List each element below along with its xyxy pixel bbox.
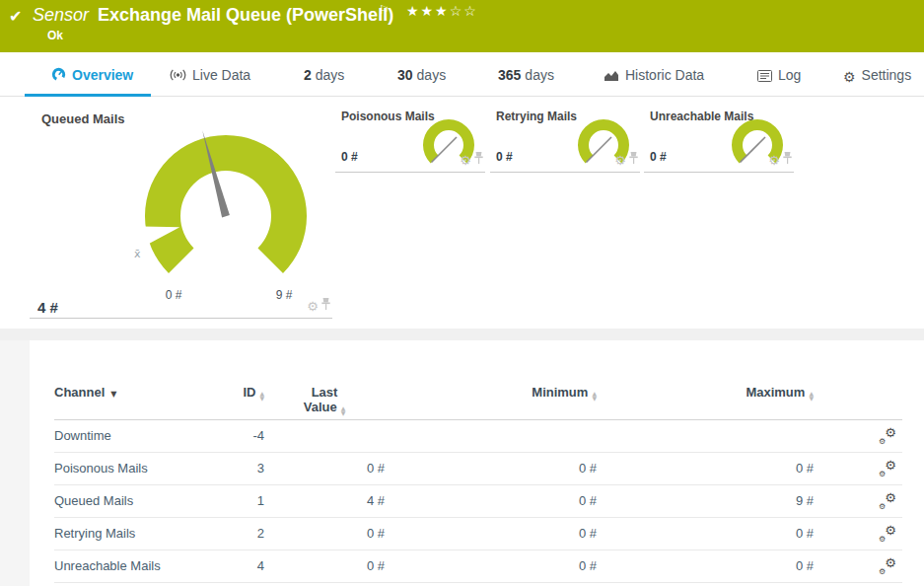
panel-gear-icon[interactable]: ⚙ [307,300,319,313]
gauge-current-value: 0 # [650,150,667,164]
tab-number: 30 [397,67,413,83]
channel-name[interactable]: Unreachable Mails [54,549,202,582]
channels-table: Channel▼ ID▲▼ LastValue▲▼ Minimum▲▼ Maxi… [54,340,902,583]
panel-gear-icon[interactable]: ⚙ [614,154,626,167]
gauge-needle [587,137,612,163]
tab-label: Log [778,67,801,83]
table-row-poisonous-mails[interactable]: Poisonous Mails 3 0 # 0 # 0 # ⚙⚙ [54,452,902,484]
tab-number: 2 [304,67,312,83]
panel-pin-icon[interactable] [321,297,330,315]
average-marker-label: x̄ [134,248,141,260]
tab-overview[interactable]: Overview [51,67,133,85]
tab-30-days[interactable]: 30days [397,67,446,83]
column-label: ID [243,385,255,400]
channel-name[interactable]: Queued Mails [54,484,202,517]
sort-arrows-icon: ▲▼ [809,391,814,401]
priority-stars-rating[interactable]: ★★★☆☆ [406,3,478,19]
tab-365-days[interactable]: 365days [498,67,554,83]
channel-last-value: 0 # [264,549,385,582]
sort-arrows-icon: ▲▼ [592,391,597,401]
channel-maximum: 9 # [597,484,814,517]
channel-last-value: 0 # [264,517,385,549]
tab-label: Overview [72,67,133,83]
section-divider [0,329,924,340]
panel-gear-icon[interactable]: ⚙ [460,154,471,167]
stars-filled: ★★★ [406,3,450,19]
tab-label: Settings [862,67,912,83]
tab-number: 365 [498,67,521,83]
column-header-maximum[interactable]: Maximum▲▼ [597,340,814,419]
table-row-downtime[interactable]: Downtime -4 ⚙⚙ [54,419,902,452]
channel-id: 3 [202,452,264,484]
channel-name[interactable]: Downtime [54,419,202,452]
gauge-panel-queued-mails[interactable]: Queued Mails x̄ 0 # 9 # 4 # ⚙ [30,104,332,319]
column-header-minimum[interactable]: Minimum▲▼ [385,340,597,419]
channel-name[interactable]: Poisonous Mails [54,452,202,484]
channel-minimum: 0 # [385,517,597,549]
gauge-icon [51,67,66,85]
gauge-current-value: 0 # [341,150,358,164]
panel-pin-icon[interactable] [474,151,483,169]
table-row-unreachable-mails[interactable]: Unreachable Mails 4 0 # 0 # 0 # ⚙⚙ [54,549,902,582]
column-header-channel[interactable]: Channel▼ [54,340,202,419]
channel-settings-gears-icon[interactable]: ⚙⚙ [879,493,896,509]
panel-pin-icon[interactable] [783,151,792,169]
panel-pin-icon[interactable] [629,151,638,169]
channel-id: -4 [202,419,264,452]
page-title: Exchange Mail Queue (PowerShell) [98,5,393,25]
gauge-current-value: 4 # [37,299,58,316]
panel-gear-icon[interactable]: ⚙ [768,154,780,167]
stars-empty: ☆☆ [450,3,478,19]
gauge-title: Retrying Mails [496,110,577,123]
channel-settings-gears-icon[interactable]: ⚙⚙ [879,428,896,444]
sort-direction-icon: ▼ [110,390,116,399]
sort-arrows-icon: ▲▼ [341,405,346,415]
channel-name[interactable]: Retrying Mails [54,517,202,549]
gauge-needle [432,137,458,163]
gauges-section: Queued Mails x̄ 0 # 9 # 4 # ⚙ Poisonous … [0,97,924,329]
column-label: Channel [54,385,105,400]
log-list-icon [757,69,772,85]
gauge-panel-poisonous-mails[interactable]: Poisonous Mails 0 # ⚙ [335,104,485,173]
priority-flag-icon[interactable]: ⚐ [379,3,390,17]
tab-2-days[interactable]: 2days [304,67,344,83]
column-header-id[interactable]: ID▲▼ [202,340,264,419]
column-label: Maximum [746,385,805,400]
channels-section: Channel▼ ID▲▼ LastValue▲▼ Minimum▲▼ Maxi… [0,340,924,586]
channel-maximum [597,419,814,452]
table-row-retrying-mails[interactable]: Retrying Mails 2 0 # 0 # 0 # ⚙⚙ [54,517,902,549]
channel-minimum: 0 # [385,549,597,582]
queued-mails-gauge [127,129,324,287]
gauge-current-value: 0 # [496,150,513,164]
sensor-type-label: Sensor [33,5,89,25]
tab-settings[interactable]: ⚙Settings [843,67,911,85]
tab-log[interactable]: Log [757,67,801,85]
tab-label: days [525,67,554,83]
channel-settings-gears-icon[interactable]: ⚙⚙ [879,526,896,542]
channel-settings-gears-icon[interactable]: ⚙⚙ [879,558,896,574]
channel-maximum: 0 # [597,452,814,484]
sort-arrows-icon: ▲▼ [259,391,264,401]
status-badge: Ok [47,29,63,42]
tab-historic-data[interactable]: Historic Data [604,67,704,85]
gauge-max-label: 9 # [262,288,306,302]
area-chart-icon [604,69,619,85]
gear-icon: ⚙ [843,69,856,85]
channel-last-value: 0 # [264,452,385,484]
column-label: Value [304,400,337,414]
gauge-title: Queued Mails [41,111,125,126]
channel-minimum: 0 # [385,484,597,517]
channel-minimum: 0 # [385,452,597,484]
tab-label: days [417,67,447,83]
tab-bar: Overview Live Data 2days 30days 365days … [0,52,924,97]
gauge-panel-retrying-mails[interactable]: Retrying Mails 0 # ⚙ [490,104,640,173]
gauge-panel-unreachable-mails[interactable]: Unreachable Mails 0 # ⚙ [644,104,794,173]
tab-label: days [316,67,345,83]
channel-settings-gears-icon[interactable]: ⚙⚙ [879,461,896,476]
table-header-row: Channel▼ ID▲▼ LastValue▲▼ Minimum▲▼ Maxi… [54,340,902,419]
column-header-last-value[interactable]: LastValue▲▼ [264,340,385,419]
channel-id: 1 [202,484,264,517]
tab-live-data[interactable]: Live Data [170,67,250,85]
column-header-actions [814,340,902,419]
table-row-queued-mails[interactable]: Queued Mails 1 4 # 0 # 9 # ⚙⚙ [54,484,902,517]
